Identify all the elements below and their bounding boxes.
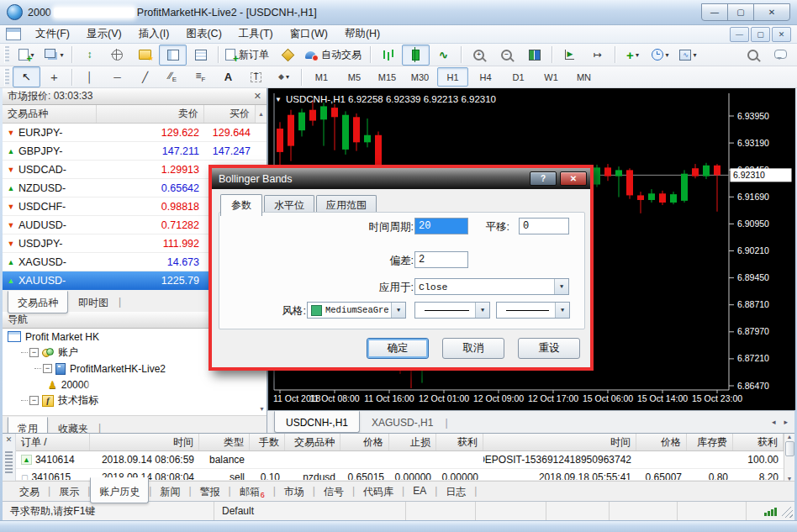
autotrading-button[interactable]: 自动交易 — [302, 45, 367, 66]
timeframe-W1[interactable]: W1 — [536, 67, 567, 87]
timeframe-M1[interactable]: M1 — [306, 67, 337, 87]
tab-scroll-left-icon[interactable]: ◂ — [772, 418, 776, 426]
restore-button[interactable]: ▢ — [727, 3, 754, 21]
vertical-line-button[interactable]: │ — [76, 66, 103, 87]
terminal-row-3410614[interactable]: ▲34106142018.09.14 08:06:59balanceDEPOSI… — [16, 451, 784, 469]
timeframe-M30[interactable]: M30 — [404, 67, 435, 87]
line-style-select[interactable]: ▼ — [414, 302, 490, 319]
metaeditor-button[interactable] — [274, 45, 302, 66]
menu-显示(V)[interactable]: 显示(V) — [78, 25, 130, 43]
resize-grip[interactable] — [782, 507, 793, 518]
terminal-col-3[interactable]: 手数 — [250, 434, 285, 450]
chevron-down-icon[interactable]: ▼ — [555, 303, 569, 318]
apply-to-select[interactable]: Close ▼ — [414, 278, 569, 295]
tile-windows-button[interactable] — [520, 45, 548, 66]
dialog-close-button[interactable]: ✕ — [560, 171, 587, 186]
terminal-tab-市场[interactable]: 市场 — [276, 482, 313, 503]
mdi-restore-button[interactable]: ▢ — [751, 27, 770, 42]
tree-expander-icon[interactable]: − — [29, 348, 39, 357]
terminal-tab-账户历史[interactable]: 账户历史 — [90, 477, 149, 503]
bar-chart-type-button[interactable] — [374, 45, 402, 66]
terminal-col-11[interactable]: 获利 — [733, 434, 784, 450]
tree-item-20000[interactable]: ♟20000 — [3, 377, 267, 392]
scroll-up-icon[interactable]: ▲ — [787, 434, 793, 440]
text-button[interactable]: A — [214, 66, 242, 87]
trendline-button[interactable]: ╱ — [131, 66, 159, 87]
minimize-button[interactable]: — — [701, 3, 728, 21]
col-symbol[interactable]: 交易品种 — [3, 105, 97, 123]
tree-item-技术指标[interactable]: −f技术指标 — [3, 392, 267, 408]
timeframe-D1[interactable]: D1 — [503, 67, 534, 87]
text-label-button[interactable]: T — [242, 66, 270, 87]
dialog-titlebar[interactable]: Bollinger Bands ? ✕ — [212, 168, 590, 190]
toolbar-grip[interactable] — [4, 69, 9, 86]
terminal-col-4[interactable]: 交易品种 — [285, 434, 340, 450]
market-watch-toggle-button[interactable] — [159, 45, 187, 66]
chart-tab-XAGUSD-,H1[interactable]: XAGUSD-,H1 — [360, 413, 445, 433]
chevron-down-icon[interactable]: ▼ — [554, 279, 568, 294]
dialog-help-button[interactable]: ? — [530, 171, 557, 186]
reset-button[interactable]: 重设 — [518, 338, 580, 359]
terminal-col-0[interactable]: 订单 / — [16, 434, 90, 450]
scroll-up-icon[interactable]: ▲ — [256, 105, 267, 123]
scrollbar-thumb[interactable] — [785, 441, 794, 456]
terminal-tab-警报[interactable]: 警报 — [192, 482, 229, 503]
shapes-button[interactable]: ◆▾ — [270, 66, 298, 87]
menu-文件(F)[interactable]: 文件(F) — [27, 25, 78, 43]
market-watch-tab-交易品种[interactable]: 交易品种 — [8, 291, 68, 313]
chart-tab-USDCNH-,H1[interactable]: USDCNH-,H1 — [274, 411, 360, 433]
crosshair-button[interactable]: + — [40, 66, 68, 87]
terminal-tab-EA[interactable]: EA — [404, 482, 435, 500]
toolbar-grip[interactable] — [4, 46, 9, 63]
menu-工具(T)[interactable]: 工具(T) — [230, 25, 282, 43]
col-buy[interactable]: 买价 — [204, 105, 256, 123]
terminal-tab-日志[interactable]: 日志 — [437, 482, 474, 503]
menu-帮助(H)[interactable]: 帮助(H) — [336, 25, 388, 43]
tick-chart-button[interactable]: ↕ — [76, 45, 103, 66]
timeframe-H4[interactable]: H4 — [470, 67, 501, 87]
indicators-list-button[interactable]: +▾ — [619, 45, 647, 66]
menu-插入(I)[interactable]: 插入(I) — [130, 25, 178, 43]
shift-input[interactable]: 0 — [519, 218, 569, 234]
cursor-target-button[interactable] — [103, 45, 131, 66]
cancel-button[interactable]: 取消 — [442, 338, 504, 359]
terminal-scrollbar[interactable]: ▲ ▼ — [784, 434, 794, 482]
style-color-select[interactable]: MediumSeaGre ▼ — [307, 302, 406, 319]
scroll-down-icon[interactable]: ▼ — [259, 406, 265, 412]
line-width-select[interactable]: ▼ — [496, 302, 570, 319]
mdi-minimize-button[interactable]: — — [730, 27, 749, 42]
tree-expander-icon[interactable]: − — [29, 396, 39, 405]
close-button[interactable]: ✕ — [753, 3, 790, 21]
tree-expander-icon[interactable]: − — [43, 364, 52, 373]
chat-button[interactable] — [767, 45, 794, 66]
terminal-col-1[interactable]: 时间 — [90, 434, 199, 450]
menu-窗口(W)[interactable]: 窗口(W) — [282, 25, 336, 43]
terminal-col-5[interactable]: 价格 — [340, 434, 389, 450]
terminal-col-8[interactable]: 时间 — [483, 434, 636, 450]
chart-shift-button[interactable]: ↦ — [583, 45, 611, 66]
equidistant-channel-button[interactable]: ∕∕E — [159, 66, 187, 87]
periods-button[interactable]: ▾ — [647, 45, 674, 66]
panel-grip[interactable] — [5, 451, 13, 473]
terminal-tab-信号[interactable]: 信号 — [315, 482, 352, 503]
search-button[interactable] — [739, 45, 767, 66]
favorites-button[interactable] — [131, 45, 159, 66]
templates-button[interactable]: ∿▾ — [674, 45, 702, 66]
col-sell[interactable]: 卖价 — [97, 105, 204, 123]
terminal-tab-展示[interactable]: 展示 — [50, 482, 87, 503]
terminal-col-7[interactable]: 获利 — [436, 434, 483, 450]
line-chart-type-button[interactable]: ∿ — [430, 45, 457, 66]
terminal-col-9[interactable]: 价格 — [636, 434, 687, 450]
terminal-col-2[interactable]: 类型 — [199, 434, 250, 450]
chevron-down-icon[interactable]: ▼ — [391, 303, 405, 318]
dialog-tab-参数[interactable]: 参数 — [220, 194, 262, 216]
terminal-close-icon[interactable]: ✕ — [6, 436, 13, 444]
fibonacci-button[interactable]: ≡F — [187, 66, 214, 87]
market-watch-row-eurjpy[interactable]: ▼EURJPY-129.622129.644 — [3, 124, 267, 142]
chevron-down-icon[interactable]: ▼ — [475, 303, 489, 318]
period-input[interactable]: 20 — [414, 218, 468, 234]
market-watch-tab-即时图[interactable]: 即时图 — [68, 292, 119, 313]
tab-scroll-right-icon[interactable]: ▸ — [784, 418, 788, 426]
terminal-tab-邮箱[interactable]: 邮箱6 — [231, 482, 273, 503]
timeframe-M5[interactable]: M5 — [339, 67, 370, 87]
